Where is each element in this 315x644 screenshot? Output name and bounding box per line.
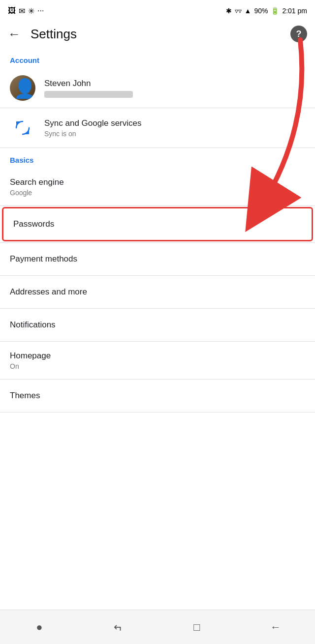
passwords-title: Passwords — [13, 219, 302, 230]
header: ← Settings ? — [0, 22, 315, 48]
wifi-icon: ▿▿ — [235, 7, 242, 15]
page-wrapper: 🖼 ✉ ✳ ··· ✱ ▿▿ ▲ 90% 🔋 2:01 pm ← Setting… — [0, 0, 315, 452]
divider-9 — [0, 412, 315, 412]
status-left: 🖼 ✉ ✳ ··· — [8, 6, 44, 16]
more-icon: ··· — [37, 6, 44, 15]
account-item[interactable]: Steven John — [0, 68, 315, 108]
sync-icon — [14, 119, 31, 136]
page-title: Settings — [31, 27, 77, 42]
account-name: Steven John — [44, 78, 305, 89]
nav-home-button[interactable]: ↵ — [103, 613, 133, 642]
gallery-icon: 🖼 — [8, 6, 16, 15]
homepage-text: Homepage On — [10, 351, 51, 370]
divider-3 — [0, 205, 315, 206]
sync-item[interactable]: Sync and Google services Sync is on — [0, 108, 315, 147]
search-engine-item[interactable]: Search engine Google — [0, 168, 315, 205]
avatar-container — [10, 75, 35, 101]
homepage-item[interactable]: Homepage On — [0, 342, 315, 379]
content-area: Account Steven John Sy — [0, 48, 315, 452]
bluetooth-icon: ✱ — [226, 7, 232, 15]
nav-overview-button[interactable]: □ — [182, 613, 212, 642]
themes-title: Themes — [10, 390, 40, 401]
help-button[interactable]: ? — [290, 26, 307, 42]
basics-section-label: Basics — [0, 148, 315, 168]
battery-level: 90% — [254, 7, 268, 15]
signal-icon: ▲ — [245, 7, 252, 15]
search-engine-text: Search engine Google — [10, 177, 64, 197]
payment-methods-title: Payment methods — [10, 254, 77, 264]
nav-recent-button[interactable]: ● — [25, 613, 54, 642]
bottom-nav: ● ↵ □ ← — [0, 610, 315, 644]
back-button[interactable]: ← — [8, 27, 21, 42]
status-right: ✱ ▿▿ ▲ 90% 🔋 2:01 pm — [226, 7, 307, 15]
clock: 2:01 pm — [282, 7, 307, 15]
passwords-item[interactable]: Passwords — [2, 207, 313, 241]
account-text: Steven John — [44, 78, 305, 98]
sync-subtitle: Sync is on — [44, 130, 305, 138]
nav-back-button[interactable]: ← — [261, 613, 290, 642]
search-engine-subtitle: Google — [10, 189, 64, 197]
avatar — [10, 75, 35, 101]
homepage-subtitle: On — [10, 362, 51, 370]
sync-icon-container — [10, 115, 35, 141]
homepage-title: Homepage — [10, 351, 51, 361]
search-engine-title: Search engine — [10, 177, 64, 188]
passwords-text: Passwords — [13, 219, 302, 230]
addresses-item[interactable]: Addresses and more — [0, 276, 315, 308]
passwords-wrapper: Passwords — [0, 207, 315, 241]
sync-title: Sync and Google services — [44, 118, 305, 129]
status-bar: 🖼 ✉ ✳ ··· ✱ ▿▿ ▲ 90% 🔋 2:01 pm — [0, 0, 315, 22]
notifications-item[interactable]: Notifications — [0, 309, 315, 341]
sync-text: Sync and Google services Sync is on — [44, 118, 305, 138]
payment-methods-item[interactable]: Payment methods — [0, 243, 315, 275]
header-left: ← Settings — [8, 27, 77, 42]
themes-item[interactable]: Themes — [0, 380, 315, 412]
account-email-blurred — [44, 91, 133, 98]
mail-icon: ✉ — [19, 6, 25, 16]
account-section-label: Account — [0, 48, 315, 68]
battery-icon: 🔋 — [271, 7, 279, 15]
notifications-title: Notifications — [10, 320, 56, 330]
misc-icon: ✳ — [28, 6, 34, 16]
addresses-title: Addresses and more — [10, 287, 87, 297]
